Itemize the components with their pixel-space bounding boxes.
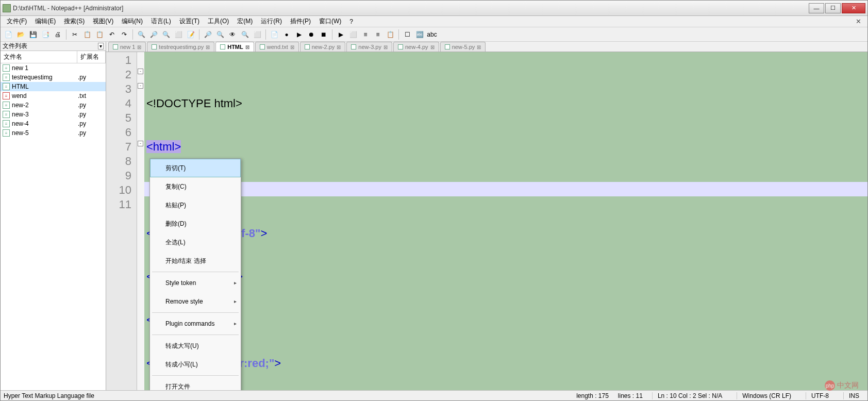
- file-row[interactable]: ≡new-2.py: [1, 101, 106, 110]
- menu-item[interactable]: 语言(L): [147, 16, 175, 27]
- toolbar-button[interactable]: 🔍: [160, 29, 172, 40]
- context-menu-item[interactable]: 全选(L): [150, 233, 241, 252]
- toolbar-button[interactable]: ●: [281, 29, 292, 40]
- fold-marker[interactable]: -: [138, 69, 143, 74]
- context-menu-item[interactable]: 开始/结束 选择: [150, 252, 241, 270]
- toolbar-button[interactable]: 📂: [15, 29, 26, 40]
- context-menu-item[interactable]: 转成大写(U): [150, 337, 241, 355]
- toolbar-button[interactable]: 💾: [27, 29, 39, 40]
- file-row[interactable]: ≡HTML: [1, 82, 106, 91]
- toolbar-button[interactable]: ⬜: [252, 29, 263, 40]
- status-eol[interactable]: Windows (CR LF): [737, 392, 796, 399]
- file-row[interactable]: ≡testrequestimg.py: [1, 73, 106, 82]
- file-ext: .txt: [78, 92, 104, 99]
- toolbar-button[interactable]: ⏺: [306, 29, 317, 40]
- maximize-button[interactable]: ☐: [825, 3, 841, 13]
- toolbar-button[interactable]: 👁: [227, 29, 238, 40]
- toolbar-button[interactable]: 🔍: [214, 29, 226, 40]
- tab-close-icon[interactable]: ⊠: [206, 44, 210, 50]
- menu-item[interactable]: 搜索(S): [60, 16, 89, 27]
- context-menu-item[interactable]: 删除(D): [150, 214, 241, 233]
- file-row[interactable]: ≡wend.txt: [1, 91, 106, 101]
- file-name: new 1: [12, 64, 78, 72]
- context-menu-item[interactable]: Style token: [150, 274, 241, 292]
- context-menu-item[interactable]: 剪切(T): [150, 159, 241, 177]
- toolbar-button[interactable]: 📋: [385, 29, 396, 40]
- toolbar-button[interactable]: abc: [426, 29, 438, 40]
- context-menu-item[interactable]: 粘贴(P): [150, 196, 241, 214]
- col-filename[interactable]: 文件名: [1, 51, 77, 63]
- context-menu-item[interactable]: 复制(C): [150, 177, 241, 196]
- tab[interactable]: new-3.py⊠: [346, 42, 392, 52]
- doc-close-icon[interactable]: ✕: [852, 18, 865, 25]
- toolbar-button[interactable]: ☐: [402, 29, 413, 40]
- toolbar-button[interactable]: 🔍: [136, 29, 147, 40]
- toolbar-button[interactable]: 📋: [81, 29, 93, 40]
- toolbar-button[interactable]: 🖨: [52, 29, 63, 40]
- tab[interactable]: testrequestimg.py⊠: [147, 42, 214, 52]
- menu-item[interactable]: ?: [345, 17, 357, 26]
- tab[interactable]: wend.txt⊠: [255, 42, 299, 52]
- tab[interactable]: HTML⊠: [215, 42, 254, 52]
- tab-close-icon[interactable]: ⊠: [290, 44, 294, 50]
- tab[interactable]: new-4.py⊠: [393, 42, 439, 52]
- tab-close-icon[interactable]: ⊠: [430, 44, 435, 50]
- toolbar-button[interactable]: 📝: [185, 29, 196, 40]
- toolbar-button[interactable]: 📄: [269, 29, 280, 40]
- toolbar-button[interactable]: ≡: [372, 29, 383, 40]
- toolbar-button[interactable]: 📑: [40, 29, 51, 40]
- menu-item[interactable]: 编辑(E): [31, 16, 60, 27]
- status-insert[interactable]: INS: [843, 392, 864, 399]
- tab-close-icon[interactable]: ⊠: [383, 44, 388, 50]
- toolbar-button[interactable]: ▶: [335, 29, 346, 40]
- context-menu-item[interactable]: 转成小写(L): [150, 355, 241, 374]
- fold-marker[interactable]: -: [138, 83, 143, 89]
- tab-close-icon[interactable]: ⊠: [245, 44, 249, 50]
- minimize-button[interactable]: —: [809, 3, 824, 13]
- menu-item[interactable]: 宏(M): [233, 16, 257, 27]
- toolbar-button[interactable]: 🔤: [414, 29, 425, 40]
- toolbar-button[interactable]: ≡: [360, 29, 371, 40]
- toolbar-button[interactable]: ▶: [293, 29, 305, 40]
- close-button[interactable]: ✕: [842, 3, 865, 13]
- code[interactable]: <!DOCTYPE html> <html> <head> <meta char…: [144, 52, 867, 390]
- toolbar-button[interactable]: ↶: [106, 29, 118, 40]
- menu-item[interactable]: 窗口(W): [315, 16, 345, 27]
- file-row[interactable]: ≡new 1: [1, 63, 106, 73]
- status-encoding[interactable]: UTF-8: [806, 392, 834, 399]
- file-row[interactable]: ≡new-3.py: [1, 110, 106, 119]
- toolbar-button[interactable]: ⬜: [173, 29, 184, 40]
- menu-item[interactable]: 设置(T): [175, 16, 204, 27]
- tab[interactable]: new-5.py⊠: [440, 42, 486, 52]
- menu-item[interactable]: 插件(P): [286, 16, 315, 27]
- fold-marker[interactable]: -: [138, 141, 143, 146]
- code-area[interactable]: 1234567891011 - - - <!DOCTYPE html> <htm…: [106, 52, 867, 390]
- toolbar-button[interactable]: 📋: [94, 29, 105, 40]
- file-row[interactable]: ≡new-4.py: [1, 119, 106, 128]
- menu-item[interactable]: 文件(F): [3, 16, 31, 27]
- file-row[interactable]: ≡new-5.py: [1, 128, 106, 138]
- tab-close-icon[interactable]: ⊠: [477, 44, 481, 50]
- col-ext[interactable]: 扩展名: [77, 51, 106, 63]
- menu-item[interactable]: 视图(V): [89, 16, 118, 27]
- menu-item[interactable]: 工具(O): [204, 16, 233, 27]
- toolbar-button[interactable]: ⬜: [347, 29, 359, 40]
- toolbar-button[interactable]: ↷: [119, 29, 130, 40]
- context-menu-item[interactable]: Remove style: [150, 292, 241, 311]
- menu-item[interactable]: 编码(N): [118, 16, 147, 27]
- editor-area: new 1⊠testrequestimg.py⊠HTML⊠wend.txt⊠ne…: [106, 42, 867, 390]
- toolbar-button[interactable]: 🔍: [239, 29, 251, 40]
- tab-close-icon[interactable]: ⊠: [337, 44, 341, 50]
- toolbar-button[interactable]: 📄: [3, 29, 14, 40]
- tab[interactable]: new 1⊠: [108, 42, 146, 52]
- toolbar-button[interactable]: 🔎: [148, 29, 159, 40]
- toolbar-button[interactable]: ⏹: [318, 29, 329, 40]
- tab[interactable]: new-2.py⊠: [300, 42, 346, 52]
- toolbar-button[interactable]: 🔎: [202, 29, 213, 40]
- context-menu-item[interactable]: Plugin commands: [150, 314, 241, 333]
- context-menu-item[interactable]: 打开文件: [150, 377, 241, 390]
- menu-item[interactable]: 运行(R): [257, 16, 286, 27]
- sidebar-dropdown-icon[interactable]: ▾: [98, 43, 104, 49]
- tab-close-icon[interactable]: ⊠: [137, 44, 141, 50]
- toolbar-button[interactable]: ✂: [69, 29, 80, 40]
